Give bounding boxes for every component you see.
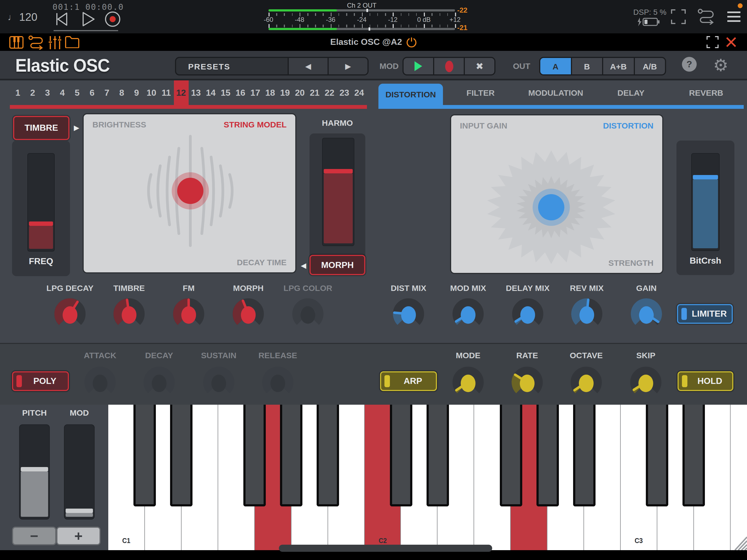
out-a-slash-b-button[interactable]: A/B — [634, 58, 665, 74]
pattern-10[interactable]: 10 — [144, 80, 159, 105]
arp-toggle[interactable]: ARP — [380, 371, 437, 391]
string-model-xy-pad[interactable]: BRIGHTNESS STRING MODEL DECAY TIME — [83, 113, 297, 274]
settings-gear-button[interactable]: ⚙ — [711, 54, 730, 76]
knob-delay-mix[interactable] — [510, 295, 545, 332]
mod-play-button[interactable] — [404, 58, 433, 74]
pattern-tab-row: 123456789101112131415161718192021222324 … — [0, 80, 747, 110]
pattern-2[interactable]: 2 — [25, 80, 40, 105]
skip-to-start-button[interactable] — [57, 13, 67, 25]
morph-mode-button[interactable]: MORPH — [310, 255, 365, 275]
close-icon[interactable] — [725, 36, 737, 48]
knob-rev-mix[interactable] — [569, 295, 604, 332]
knob-morph[interactable] — [231, 295, 266, 332]
out-ab-button[interactable]: A+B — [602, 58, 634, 74]
tab-filter[interactable]: FILTER — [443, 80, 518, 105]
knob-dist-mix[interactable] — [391, 295, 426, 332]
freq-slider-box: FREQ — [12, 141, 70, 276]
pattern-15[interactable]: 15 — [218, 80, 233, 105]
knob-mode[interactable] — [450, 364, 486, 401]
out-a-button[interactable]: A — [540, 58, 571, 74]
tab-reverb[interactable]: REVERB — [669, 80, 744, 105]
black-key-C#3[interactable] — [646, 405, 669, 506]
fullscreen-icon[interactable] — [671, 9, 686, 24]
record-button[interactable] — [106, 12, 120, 26]
meter-tick — [276, 25, 277, 27]
pattern-18[interactable]: 18 — [263, 80, 278, 105]
keyboard-scrollbar[interactable] — [279, 545, 492, 552]
preset-next-button[interactable]: ▶ — [328, 58, 367, 74]
pattern-23[interactable]: 23 — [337, 80, 352, 105]
help-button[interactable]: ? — [682, 57, 697, 72]
pad-puck[interactable] — [177, 178, 203, 204]
hold-toggle[interactable]: HOLD — [677, 371, 733, 391]
presets-button[interactable]: PRESETS — [176, 58, 288, 74]
pattern-3[interactable]: 3 — [40, 80, 55, 105]
pattern-17[interactable]: 17 — [248, 80, 263, 105]
routing-icon[interactable] — [698, 9, 715, 25]
black-key-G#1[interactable] — [280, 405, 302, 506]
pattern-8[interactable]: 8 — [114, 80, 129, 105]
black-key-G#2[interactable] — [536, 405, 559, 506]
black-key-F#2[interactable] — [499, 405, 522, 506]
freq-slider[interactable] — [27, 153, 55, 252]
tab-delay[interactable]: DELAY — [593, 80, 669, 105]
harmo-slider[interactable] — [322, 138, 354, 246]
bitcrsh-slider[interactable] — [691, 153, 720, 251]
pattern-21[interactable]: 21 — [307, 80, 322, 105]
pattern-9[interactable]: 9 — [129, 80, 144, 105]
knob-mod-mix[interactable] — [450, 295, 486, 332]
knob-lpg-decay[interactable] — [52, 295, 87, 332]
knob-timbre[interactable] — [111, 295, 147, 332]
poly-toggle[interactable]: POLY — [12, 371, 69, 391]
out-b-button[interactable]: B — [571, 58, 602, 74]
pattern-13[interactable]: 13 — [188, 80, 203, 105]
pattern-1[interactable]: 1 — [10, 80, 25, 105]
knob-gain[interactable] — [629, 295, 664, 332]
pattern-24[interactable]: 24 — [352, 80, 366, 105]
pattern-7[interactable]: 7 — [100, 80, 114, 105]
resize-handle[interactable] — [729, 532, 747, 550]
knob-skip[interactable] — [628, 364, 663, 401]
black-key-C#2[interactable] — [390, 405, 412, 506]
pad-puck[interactable] — [538, 194, 564, 221]
plugin-fullscreen-icon[interactable] — [706, 36, 719, 48]
black-key-D#2[interactable] — [427, 405, 449, 506]
black-key-A#2[interactable] — [573, 405, 595, 506]
meter-tick — [354, 13, 355, 16]
pattern-20[interactable]: 20 — [292, 80, 307, 105]
black-key-C#1[interactable] — [134, 405, 156, 506]
black-key-D#1[interactable] — [170, 405, 193, 506]
pattern-5[interactable]: 5 — [70, 80, 84, 105]
power-icon[interactable] — [406, 37, 417, 47]
pattern-4[interactable]: 4 — [55, 80, 70, 105]
play-button[interactable] — [83, 12, 94, 26]
octave-down-button[interactable]: − — [12, 527, 56, 545]
pattern-12[interactable]: 12 — [174, 80, 188, 105]
mod-wheel[interactable] — [64, 424, 95, 519]
black-key-D#3[interactable] — [683, 405, 705, 506]
pattern-6[interactable]: 6 — [84, 80, 99, 105]
knob-octave[interactable] — [569, 364, 604, 401]
knob-release — [260, 364, 295, 401]
pattern-11[interactable]: 11 — [159, 80, 174, 105]
knob-fm[interactable] — [171, 295, 206, 332]
tab-modulation[interactable]: MODULATION — [518, 80, 593, 105]
limiter-toggle[interactable]: LIMITER — [677, 304, 733, 324]
timbre-mode-button[interactable]: TIMBRE — [13, 116, 70, 140]
tab-distortion[interactable]: DISTORTION — [379, 84, 443, 105]
octave-up-button[interactable]: + — [56, 527, 101, 545]
black-key-A#1[interactable] — [317, 405, 339, 506]
black-key-F#1[interactable] — [243, 405, 266, 506]
pitch-wheel[interactable] — [19, 424, 50, 519]
pattern-14[interactable]: 14 — [203, 80, 218, 105]
tempo-control[interactable]: ♩ 120 — [8, 11, 37, 24]
distortion-xy-pad[interactable]: INPUT GAIN DISTORTION STRENGTH — [450, 114, 663, 274]
pattern-16[interactable]: 16 — [233, 80, 248, 105]
pattern-22[interactable]: 22 — [322, 80, 337, 105]
mod-clear-button[interactable]: ✖ — [464, 58, 494, 74]
mod-record-button[interactable] — [433, 58, 464, 74]
knob-rate[interactable] — [510, 364, 545, 401]
preset-prev-button[interactable]: ◀ — [288, 58, 328, 74]
pattern-19[interactable]: 19 — [278, 80, 292, 105]
white-key-F3[interactable] — [730, 405, 747, 550]
